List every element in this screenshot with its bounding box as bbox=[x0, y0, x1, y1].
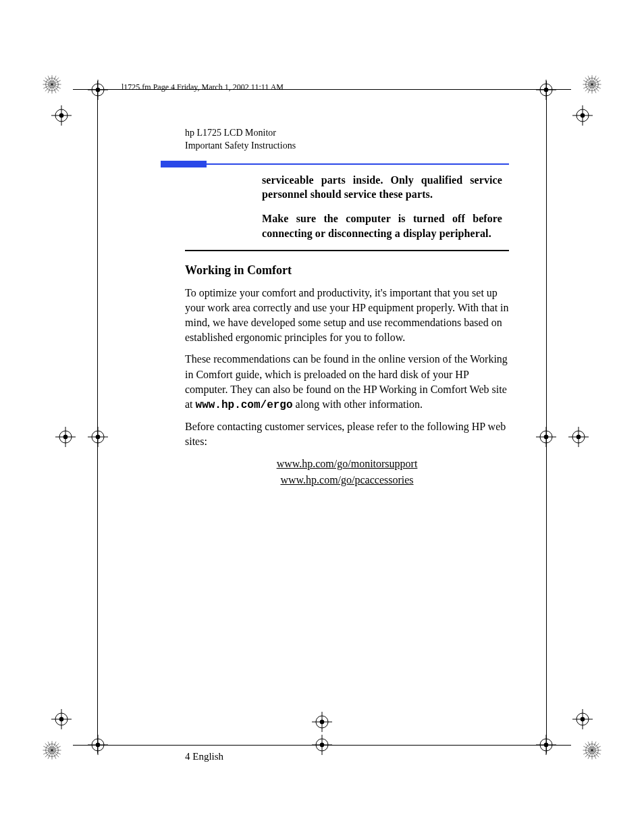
link-monitorsupport[interactable]: www.hp.com/go/monitorsupport bbox=[277, 458, 418, 470]
file-header: l1725.fm Page 4 Friday, March 1, 2002 11… bbox=[122, 82, 284, 93]
registration-mark-icon bbox=[88, 80, 108, 100]
registration-mark-icon bbox=[536, 427, 556, 447]
registration-mark-icon bbox=[51, 105, 72, 126]
divider-rule bbox=[185, 250, 509, 251]
header-rule bbox=[185, 161, 509, 167]
registration-mark-icon bbox=[572, 709, 593, 729]
registration-mark-icon bbox=[536, 735, 556, 755]
body-paragraph-1: To optimize your comfort and productivit… bbox=[185, 286, 509, 345]
page-frame: l1725.fm Page 4 Friday, March 1, 2002 11… bbox=[41, 49, 603, 786]
registration-mark-icon bbox=[536, 80, 556, 100]
warning-text-1: serviceable parts inside. Only qualified… bbox=[262, 173, 502, 202]
body-paragraph-2b: along with other information. bbox=[293, 398, 423, 410]
registration-mark-icon bbox=[88, 735, 108, 755]
registration-mark-icon bbox=[572, 105, 593, 126]
footer-rule bbox=[185, 745, 509, 746]
link-pcaccessories[interactable]: www.hp.com/go/pcaccessories bbox=[280, 474, 413, 486]
running-head-line2: Important Safety Instructions bbox=[185, 140, 509, 153]
crop-rule-left bbox=[97, 81, 98, 754]
crop-rule-right bbox=[546, 81, 547, 754]
section-heading: Working in Comfort bbox=[185, 263, 509, 278]
registration-mark-icon bbox=[88, 427, 108, 447]
sunburst-icon bbox=[41, 73, 63, 96]
running-head-line1: hp L1725 LCD Monitor bbox=[185, 127, 509, 140]
warning-text-2: Make sure the computer is turned off bef… bbox=[262, 211, 502, 240]
body-paragraph-3: Before contacting customer services, ple… bbox=[185, 419, 509, 449]
link-list: www.hp.com/go/monitorsupport www.hp.com/… bbox=[185, 456, 509, 488]
content-column: hp L1725 LCD Monitor Important Safety In… bbox=[185, 127, 509, 762]
registration-mark-icon bbox=[51, 709, 72, 729]
ergo-url: www.hp.com/ergo bbox=[196, 399, 293, 411]
registration-mark-icon bbox=[568, 427, 589, 447]
running-head: hp L1725 LCD Monitor Important Safety In… bbox=[185, 127, 509, 153]
sunburst-icon bbox=[581, 739, 603, 762]
sunburst-icon bbox=[41, 739, 63, 762]
registration-mark-icon bbox=[55, 427, 76, 447]
warning-block: serviceable parts inside. Only qualified… bbox=[262, 173, 502, 240]
body-paragraph-2: These recommendations can be found in th… bbox=[185, 352, 509, 412]
blue-rule bbox=[185, 163, 509, 165]
page-footer: 4 English bbox=[185, 751, 509, 762]
sunburst-icon bbox=[581, 73, 603, 96]
